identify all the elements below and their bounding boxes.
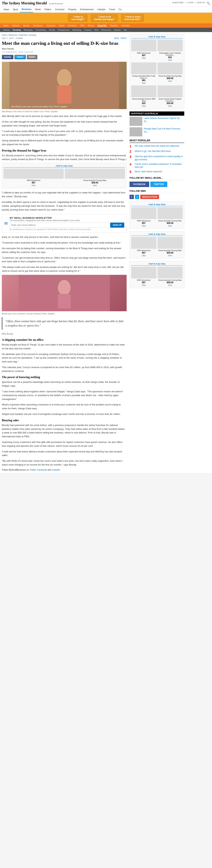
popular-item-1: 1 DD-cups outsell even the online bra sa… [130,145,184,148]
huffpost-link-2[interactable]: Penalty Rate Cuts Put More Pressure On..… [144,127,184,133]
breadcrumb-smallbiz[interactable]: Small Biz [19,34,27,36]
sidebar-ad-product-1: 4WD Adventures $57 Click [131,39,156,61]
nav-travel[interactable]: Travel [107,7,117,12]
nav-comment[interactable]: Comment [53,7,66,12]
show-comments-link[interactable]: Show comments [19,51,33,53]
subnav-news[interactable]: News [2,23,10,28]
sidebar-ad4-product-1: 4WD Adventures $57 Click [131,267,156,286]
subnav-cbd[interactable]: CBD [78,23,86,28]
nav-more[interactable]: Co... [117,7,125,12]
article-para-11: "Customers can get emotional when they f… [2,256,127,264]
follow-facebook-button[interactable]: FACEBOOK [130,182,149,187]
sidebar-ad4-link-2[interactable]: Click [168,284,172,286]
subnav-retail[interactable]: Retail [57,23,66,28]
follow-twitter-button[interactable]: TWITTER [150,182,167,187]
secnav-managing[interactable]: Managing [22,28,34,32]
subnav-innovation[interactable]: Innovatio... [120,23,133,28]
huffpost-link-1[interactable]: Labor Attacks Businesses Signed Up To... [144,117,184,123]
newsletter-signup-button[interactable]: SIGN UP [110,222,124,228]
popular-link-4[interactable]: Call for end to 'predatory behaviour' in… [135,163,184,169]
subscribe-link[interactable]: SUBSCRIBE [172,1,184,5]
article-para-12: "We always make sure we have the product… [2,266,127,273]
nav-business[interactable]: Business [20,6,33,12]
secnav-finance[interactable]: Finance [83,28,93,32]
more-share-button[interactable]: MORE [27,55,37,59]
secnav-trends[interactable]: Trends [47,28,56,32]
sidebar-ad-link-4[interactable]: Click [168,80,172,82]
newsletter-email-input[interactable] [10,222,109,228]
subnav-economy[interactable]: Economy [66,23,78,28]
signup-link[interactable]: SIGN UP [197,1,205,5]
twitter-share-button[interactable]: TWEET [15,55,26,59]
subnav-money[interactable]: Money [86,23,96,28]
top-bar: The Sydney Morning Herald Small Business… [0,0,212,6]
inline-ad-link-1[interactable]: Click [31,185,35,186]
secnav-experts[interactable]: Experts [112,28,122,32]
follow-twitter-link[interactable]: Twitter [30,469,36,471]
nav-lifestyle[interactable]: Lifestyle [96,7,107,12]
follow-smh-facebook-button[interactable]: f [130,195,134,199]
save-link[interactable]: SAVE [114,37,119,39]
nav-sport[interactable]: Sport [11,7,20,12]
sidebar-ad-link-6[interactable]: Click [168,105,172,107]
follow-smh-twitter-button[interactable]: t [135,195,139,199]
sidebar-ad2-link-2[interactable]: Click [168,225,172,227]
secnav-resources[interactable]: Resources [100,28,112,32]
secnav-franchising[interactable]: Franchising [34,28,47,32]
breadcrumb-home[interactable]: Home [2,34,7,36]
promo-item-2[interactable]: "I want to behealthy and happy" [91,14,117,22]
breadcrumb-business[interactable]: Business [9,34,17,36]
subnav-workplace[interactable]: Workplace [31,23,45,28]
nav-politics[interactable]: Politics [43,7,53,12]
sidebar-ad4-link-1[interactable]: Click [142,284,146,286]
popular-item-2: 2 Where to go: hire that $4m,000 dress [130,150,184,154]
secnav-tax[interactable]: Tax [122,28,128,32]
popular-link-1[interactable]: DD-cups outsell even the online bra sale… [135,145,179,148]
search-icon[interactable]: 🔍 [207,1,210,5]
login-link[interactable]: LOGIN [187,1,193,5]
article-body: Wes Blundy didn't set out to become an e… [2,114,127,471]
print-link[interactable]: PRINT [121,37,127,39]
secnav-startup[interactable]: Startup [2,28,11,32]
sidebar-ad2-link-1[interactable]: Click [142,225,146,227]
follow-smh-newsletter-button[interactable]: NEWSLETTERS [140,195,159,199]
popular-link-3[interactable]: UberYou gets $1m investment to control q… [135,155,184,161]
subnav-quotes[interactable]: Quotes [21,23,31,28]
popular-section: MOST POPULAR 1 DD-cups outsell even the … [130,139,184,174]
subnav-property[interactable]: Property [108,23,120,28]
secnav-entrepreneur[interactable]: Entrepreneur [56,28,71,32]
popular-title: MOST POPULAR [130,139,184,143]
follow-linkedin-link[interactable]: LinkedIn [52,469,60,471]
secnav-growing[interactable]: Growing [11,28,22,32]
nav-property[interactable]: Property [66,7,78,12]
subnav-smallbiz[interactable]: Small Biz [96,23,108,28]
secnav-marketing[interactable]: Marketing [71,28,83,32]
sidebar-ad3-link-2[interactable]: Click [168,255,172,257]
secnav-tech[interactable]: Tech [93,28,100,32]
sidebar-ad-1: chart & map shop 4WD Adventures $57 Clic… [130,34,184,109]
popular-link-5[interactable]: Never claim these expenses [135,170,162,173]
site-logo[interactable]: The Sydney Morning Herald [2,1,47,5]
subnav-markets[interactable]: Markets [10,23,21,28]
promo-item-3[interactable]: "I want to enjoymore free time" [121,14,144,22]
popular-link-2[interactable]: Where to go: hire that $4m,000 dress [135,150,171,153]
article-para-3: "I could see it was pretty difficult to … [2,129,127,137]
subnav-consumer[interactable]: Consumer [45,23,57,28]
promo-item-1[interactable]: "I want tolose weight" [68,14,87,22]
nav-entertainment[interactable]: Entertainment [78,7,96,12]
facebook-share-button[interactable]: SHARE [2,55,13,59]
sub-nav: News Markets Quotes Workplace Consumer R… [0,23,212,28]
nav-news[interactable]: News [2,7,11,12]
follow-smh-title: FOLLOW SMH [130,190,184,193]
sidebar-ad-link-2[interactable]: Click [168,59,172,61]
sidebar-ad-link-5[interactable]: Click [142,105,146,107]
main-nav: News Sport Business World Politics Comme… [0,6,212,13]
article-para-19: Shippit now handles one per cent of all … [2,412,127,416]
sidebar-ad-link-3[interactable]: Click [142,82,146,84]
sidebar-ad-link-1[interactable]: Click [142,57,146,59]
follow-facebook-link[interactable]: Facebook [37,469,47,471]
sidebar-ad3-link-1[interactable]: Click [142,255,146,257]
inline-ad-link-2[interactable]: Click [93,185,97,186]
breadcrumb-growing[interactable]: Growing [29,34,36,36]
nav-world[interactable]: World [33,7,43,12]
